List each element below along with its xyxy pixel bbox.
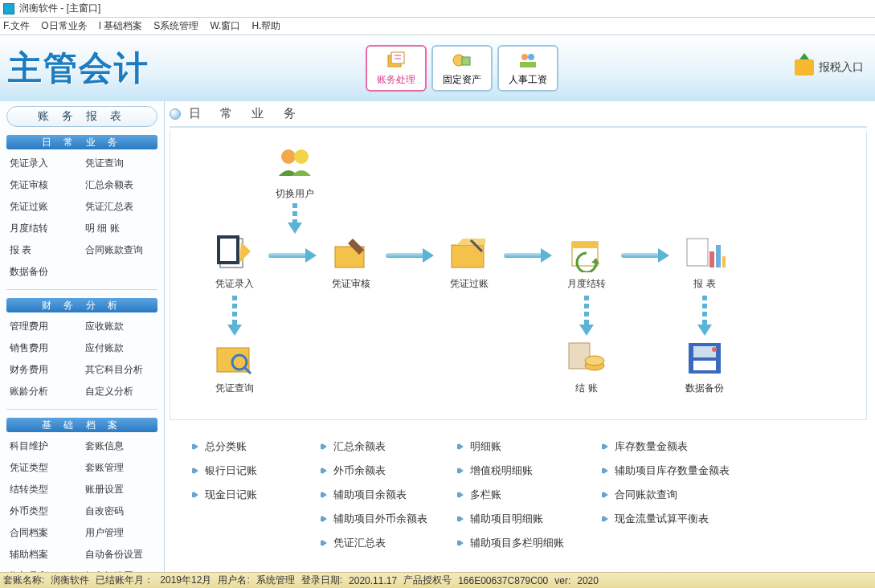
arrow-icon: [621, 250, 669, 261]
header-dot-icon: [170, 108, 181, 120]
side-sales-expense[interactable]: 销售费用: [6, 337, 82, 359]
link-general-ledger[interactable]: 总分类账: [194, 439, 322, 454]
side-receivable[interactable]: 应收账款: [82, 316, 157, 337]
side-contract-archive[interactable]: 合同档案: [6, 522, 82, 544]
menu-file[interactable]: F.文件: [3, 19, 30, 33]
node-data-backup[interactable]: 数据备份: [673, 338, 737, 395]
side-voucher-query[interactable]: 凭证查询: [82, 153, 157, 174]
status-license: 166E00637C879C00: [458, 575, 548, 586]
link-aux-foreign-balance[interactable]: 辅助项目外币余额表: [322, 512, 459, 526]
side-currency-type[interactable]: 外币类型: [6, 500, 82, 522]
link-foreign-balance[interactable]: 外币余额表: [322, 463, 459, 478]
arrow-icon: [268, 250, 317, 261]
side-custom-analysis[interactable]: 自定义分析: [82, 381, 157, 402]
gavel-folder-icon: [329, 234, 374, 272]
side-change-pwd[interactable]: 自改密码: [82, 500, 157, 522]
node-voucher-entry[interactable]: 凭证录入: [202, 234, 267, 291]
link-bank-journal[interactable]: 银行日记账: [194, 463, 322, 478]
hr-icon: [517, 51, 539, 70]
arrow-icon: [504, 250, 552, 261]
svg-point-5: [528, 54, 534, 60]
status-closed-period: 2019年12月: [160, 574, 211, 587]
status-login-date: 2020.11.17: [349, 575, 397, 586]
link-balance-summary[interactable]: 汇总余额表: [322, 439, 459, 454]
menu-help[interactable]: H.帮助: [251, 19, 280, 33]
menu-archive[interactable]: I 基础档案: [99, 19, 143, 33]
calendar-cycle-icon: [564, 234, 609, 272]
side-voucher-summary[interactable]: 凭证汇总表: [82, 196, 157, 218]
node-month-carry[interactable]: 月度结转: [554, 234, 619, 291]
side-balance-summary[interactable]: 汇总余额表: [82, 174, 157, 196]
side-payable[interactable]: 应付账款: [82, 337, 157, 359]
side-opening-entry[interactable]: 期初录入: [6, 566, 82, 572]
side-ledger-setting[interactable]: 账册设置: [82, 479, 157, 500]
node-voucher-audit[interactable]: 凭证审核: [319, 234, 383, 291]
menu-window[interactable]: W.窗口: [210, 19, 240, 33]
ledger-coins-icon: [564, 338, 609, 377]
link-contract-query[interactable]: 合同账款查询: [603, 488, 780, 502]
side-voucher-post[interactable]: 凭证过账: [6, 196, 82, 218]
side-subject-maint[interactable]: 科目维护: [6, 435, 82, 457]
side-printer-setting[interactable]: 打印机设置: [82, 566, 157, 572]
side-auto-backup[interactable]: 自动备份设置: [82, 544, 157, 566]
link-aux-balance[interactable]: 辅助项目余额表: [322, 488, 459, 502]
side-finance-expense[interactable]: 财务费用: [6, 359, 82, 381]
link-detail-account[interactable]: 明细账: [459, 439, 603, 454]
link-vat-detail[interactable]: 增值税明细账: [459, 463, 603, 478]
side-carry-type[interactable]: 结转类型: [6, 479, 82, 500]
status-version: 2020: [577, 575, 599, 586]
side-contract-query[interactable]: 合同账款查询: [82, 239, 157, 261]
side-month-carry[interactable]: 月度结转: [6, 218, 82, 239]
svg-rect-17: [709, 251, 714, 267]
menu-daily[interactable]: O日常业务: [41, 19, 87, 33]
link-aux-detail[interactable]: 辅助项目明细账: [459, 512, 603, 526]
logo-text: 主管会计: [8, 46, 149, 91]
node-report[interactable]: 报 表: [673, 234, 737, 291]
side-book-info[interactable]: 套账信息: [82, 435, 157, 457]
side-user-mgmt[interactable]: 用户管理: [82, 522, 157, 544]
side-aging-analysis[interactable]: 账龄分析: [6, 381, 82, 402]
node-voucher-post[interactable]: 凭证过账: [437, 234, 501, 291]
side-mgmt-expense[interactable]: 管理费用: [6, 316, 82, 337]
tax-entry[interactable]: 报税入口: [795, 59, 864, 76]
link-cash-journal[interactable]: 现金日记账: [194, 488, 322, 502]
link-cashflow-trial[interactable]: 现金流量试算平衡表: [603, 512, 780, 526]
sidebar-sec1-header: 日 常 业 务: [6, 135, 157, 149]
link-aux-multi-column[interactable]: 辅助项目多栏明细账: [459, 536, 603, 550]
btn-fixed-assets[interactable]: 固定资产: [431, 45, 493, 92]
clipboard-pen-icon: [212, 234, 257, 272]
side-report[interactable]: 报 表: [6, 239, 82, 261]
side-aux-archive[interactable]: 辅助档案: [6, 544, 82, 566]
chart-report-icon: [682, 234, 727, 272]
sidebar-sec2-grid: 管理费用应收账款 销售费用应付账款 财务费用其它科目分析 账龄分析自定义分析: [6, 316, 157, 402]
link-multi-column[interactable]: 多栏账: [459, 488, 603, 502]
folder-search-icon: [212, 338, 257, 377]
account-icon: [385, 51, 407, 70]
side-detail-account[interactable]: 明 细 账: [82, 218, 157, 239]
btn-hr-salary[interactable]: 人事工资: [497, 45, 558, 92]
status-book-name: 润衡软件: [51, 574, 89, 587]
btn-account-processing[interactable]: 账务处理: [366, 45, 427, 92]
svg-rect-18: [716, 245, 721, 267]
workflow-diagram: 切换用户 凭证录入 凭证审核 凭证过账 月度结转: [170, 131, 867, 420]
side-voucher-entry[interactable]: 凭证录入: [6, 153, 82, 174]
menu-system[interactable]: S系统管理: [153, 19, 198, 33]
users-icon: [272, 144, 317, 182]
link-voucher-summary[interactable]: 凭证汇总表: [322, 536, 459, 550]
sidebar-sec2-header: 财 务 分 析: [6, 298, 157, 312]
link-stock-amount[interactable]: 库存数量金额表: [603, 439, 780, 454]
report-links: 总分类账 汇总余额表 明细账 库存数量金额表 银行日记账 外币余额表 增值税明细…: [170, 435, 867, 555]
side-other-analysis[interactable]: 其它科目分析: [82, 359, 157, 381]
side-voucher-type[interactable]: 凭证类型: [6, 457, 82, 479]
node-settle[interactable]: 结 账: [554, 338, 619, 395]
side-book-mgmt[interactable]: 套账管理: [82, 457, 157, 479]
svg-point-7: [281, 149, 296, 164]
main-area: 日 常 业 务 切换用户 凭证录入 凭证审核 凭证过账: [165, 101, 875, 572]
side-voucher-audit[interactable]: 凭证审核: [6, 174, 82, 196]
node-switch-user[interactable]: 切换用户: [263, 144, 327, 201]
window-title: 润衡软件 - [主窗口]: [19, 2, 100, 15]
top-buttons: 账务处理 固定资产 人事工资: [366, 45, 558, 92]
link-aux-stock-amount[interactable]: 辅助项目库存数量金额表: [603, 463, 780, 478]
node-voucher-query[interactable]: 凭证查询: [202, 338, 267, 395]
side-data-backup[interactable]: 数据备份: [6, 261, 82, 283]
